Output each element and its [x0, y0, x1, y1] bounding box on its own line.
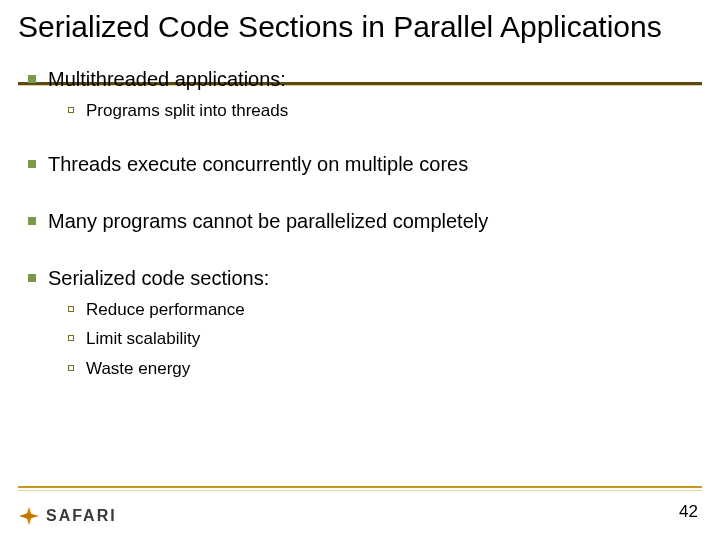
square-bullet-icon: [28, 75, 36, 83]
sub-bullet-text: Reduce performance: [86, 300, 245, 319]
footer-logo: SAFARI: [18, 506, 117, 526]
sub-bullet-item: Programs split into threads: [18, 101, 688, 121]
slide-title: Serialized Code Sections in Parallel App…: [18, 10, 702, 45]
bullet-item: Many programs cannot be parallelized com…: [18, 210, 688, 233]
small-square-bullet-icon: [68, 335, 74, 341]
square-bullet-icon: [28, 160, 36, 168]
sub-bullet-text: Waste energy: [86, 359, 190, 378]
spacer: [18, 184, 688, 210]
slide-body: Multithreaded applications: Programs spl…: [18, 68, 688, 384]
sub-bullet-item: Limit scalability: [18, 329, 688, 349]
bullet-text: Threads execute concurrently on multiple…: [48, 153, 468, 175]
square-bullet-icon: [28, 217, 36, 225]
spacer: [18, 127, 688, 153]
sub-bullet-text: Programs split into threads: [86, 101, 288, 120]
spacer: [18, 241, 688, 267]
sub-bullet-text: Limit scalability: [86, 329, 200, 348]
svg-marker-1: [19, 513, 39, 519]
compass-icon: [18, 506, 40, 526]
page-number: 42: [679, 502, 698, 522]
square-bullet-icon: [28, 274, 36, 282]
footer-rule: [18, 486, 702, 488]
sub-bullet-item: Waste energy: [18, 359, 688, 379]
small-square-bullet-icon: [68, 306, 74, 312]
footer-rule-light: [18, 490, 702, 491]
title-wrap: Serialized Code Sections in Parallel App…: [18, 10, 702, 45]
sub-bullet-item: Reduce performance: [18, 300, 688, 320]
bullet-text: Many programs cannot be parallelized com…: [48, 210, 488, 232]
bullet-text: Serialized code sections:: [48, 267, 269, 289]
bullet-item: Multithreaded applications:: [18, 68, 688, 91]
bullet-item: Threads execute concurrently on multiple…: [18, 153, 688, 176]
slide: Serialized Code Sections in Parallel App…: [0, 0, 720, 540]
bullet-text: Multithreaded applications:: [48, 68, 286, 90]
small-square-bullet-icon: [68, 365, 74, 371]
bullet-item: Serialized code sections:: [18, 267, 688, 290]
small-square-bullet-icon: [68, 107, 74, 113]
logo-text: SAFARI: [46, 507, 117, 525]
